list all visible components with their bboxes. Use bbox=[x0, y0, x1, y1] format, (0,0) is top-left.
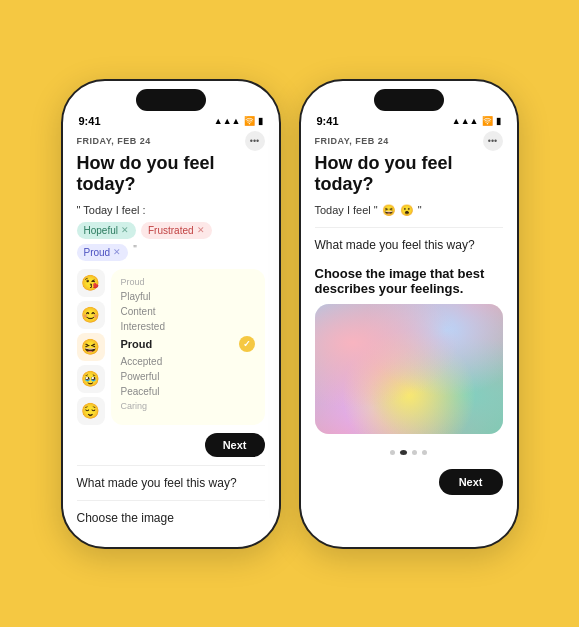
mood-item-interested[interactable]: Interested bbox=[121, 319, 255, 334]
next-button-right[interactable]: Next bbox=[439, 469, 503, 495]
abstract-art bbox=[315, 304, 503, 434]
tag-hopeful-close[interactable]: ✕ bbox=[121, 225, 129, 235]
mood-item-peaceful[interactable]: Peaceful bbox=[121, 384, 255, 399]
mood-item-content[interactable]: Content bbox=[121, 304, 255, 319]
what-made-row-right[interactable]: What made you feel this way? bbox=[315, 227, 503, 262]
today-feel-prefix: Today I feel " bbox=[315, 204, 378, 216]
date-row-right: FRIDAY, FEB 24 ••• bbox=[315, 131, 503, 151]
status-bar-right: 9:41 ▲▲▲ 🛜 ▮ bbox=[301, 113, 517, 131]
status-time-left: 9:41 bbox=[79, 115, 101, 127]
battery-icon-right: ▮ bbox=[496, 116, 501, 126]
next-btn-row-right: Next bbox=[301, 463, 517, 505]
dot-1 bbox=[390, 450, 395, 455]
dot-4 bbox=[422, 450, 427, 455]
today-feel-emoji-2: 😮 bbox=[400, 204, 414, 217]
phones-container: 9:41 ▲▲▲ 🛜 ▮ FRIDAY, FEB 24 ••• How do y… bbox=[41, 59, 539, 569]
emoji-list: 😘 😊 😆 🥹 😌 bbox=[77, 269, 105, 425]
signal-icon-right: ▲▲▲ bbox=[452, 116, 479, 126]
tag-hopeful-label: Hopeful bbox=[84, 225, 118, 236]
tag-frustrated[interactable]: Frustrated ✕ bbox=[141, 222, 212, 239]
tag-proud-label: Proud bbox=[84, 247, 111, 258]
tag-frustrated-label: Frustrated bbox=[148, 225, 194, 236]
mood-item-caring[interactable]: Caring bbox=[121, 399, 255, 413]
date-label-right: FRIDAY, FEB 24 bbox=[315, 136, 389, 146]
today-feel-row: Today I feel " 😆 😮 " bbox=[315, 204, 503, 217]
phone-right-content: FRIDAY, FEB 24 ••• How do you feel today… bbox=[301, 131, 517, 442]
signal-icon-left: ▲▲▲ bbox=[214, 116, 241, 126]
tag-proud-close[interactable]: ✕ bbox=[113, 247, 121, 257]
emoji-item-5[interactable]: 😌 bbox=[77, 397, 105, 425]
status-icons-left: ▲▲▲ 🛜 ▮ bbox=[214, 116, 263, 126]
wifi-icon-right: 🛜 bbox=[482, 116, 493, 126]
phone-left-content: FRIDAY, FEB 24 ••• How do you feel today… bbox=[63, 131, 279, 535]
emoji-item-3[interactable]: 😆 bbox=[77, 333, 105, 361]
page-title-right: How do you feel today? bbox=[315, 153, 503, 196]
dynamic-island-right bbox=[374, 89, 444, 111]
battery-icon-left: ▮ bbox=[258, 116, 263, 126]
mood-item-playful[interactable]: Playful bbox=[121, 289, 255, 304]
tag-frustrated-close[interactable]: ✕ bbox=[197, 225, 205, 235]
phone-right: 9:41 ▲▲▲ 🛜 ▮ FRIDAY, FEB 24 ••• How do y… bbox=[299, 79, 519, 549]
date-row-left: FRIDAY, FEB 24 ••• bbox=[77, 131, 265, 151]
next-button-left[interactable]: Next bbox=[205, 433, 265, 457]
status-icons-right: ▲▲▲ 🛜 ▮ bbox=[452, 116, 501, 126]
tags-label: " Today I feel : bbox=[77, 204, 265, 216]
abstract-image[interactable] bbox=[315, 304, 503, 434]
menu-dots-right[interactable]: ••• bbox=[483, 131, 503, 151]
status-bar-left: 9:41 ▲▲▲ 🛜 ▮ bbox=[63, 113, 279, 131]
mood-item-proud-selected[interactable]: Proud ✓ bbox=[121, 334, 255, 354]
mood-dropdown[interactable]: Proud Playful Content Interested Proud ✓… bbox=[111, 269, 265, 425]
status-time-right: 9:41 bbox=[317, 115, 339, 127]
what-made-section[interactable]: What made you feel this way? bbox=[77, 465, 265, 500]
mood-item-accepted[interactable]: Accepted bbox=[121, 354, 255, 369]
emoji-section: 😘 😊 😆 🥹 😌 Proud Playful Content Interest… bbox=[77, 269, 265, 425]
wifi-icon-left: 🛜 bbox=[244, 116, 255, 126]
tag-hopeful[interactable]: Hopeful ✕ bbox=[77, 222, 136, 239]
choose-image-section-right: Choose the image that bestdescribes your… bbox=[315, 266, 503, 442]
tag-proud[interactable]: Proud ✕ bbox=[77, 244, 129, 261]
menu-dots-left[interactable]: ••• bbox=[245, 131, 265, 151]
choose-image-title: Choose the image that bestdescribes your… bbox=[315, 266, 503, 296]
today-feel-emoji-1: 😆 bbox=[382, 204, 396, 217]
mood-item-powerful[interactable]: Powerful bbox=[121, 369, 255, 384]
today-feel-suffix: " bbox=[418, 204, 422, 216]
dynamic-island-left bbox=[136, 89, 206, 111]
mood-item-proud-1[interactable]: Proud bbox=[121, 275, 255, 289]
emoji-item-1[interactable]: 😘 bbox=[77, 269, 105, 297]
dot-2 bbox=[400, 450, 407, 455]
choose-image-section[interactable]: Choose the image bbox=[77, 500, 265, 535]
tags-row: Hopeful ✕ Frustrated ✕ Proud ✕ " bbox=[77, 222, 265, 261]
page-title-left: How do you feel today? bbox=[77, 153, 265, 196]
emoji-item-2[interactable]: 😊 bbox=[77, 301, 105, 329]
dots-indicator bbox=[301, 450, 517, 455]
check-icon: ✓ bbox=[239, 336, 255, 352]
emoji-item-4[interactable]: 🥹 bbox=[77, 365, 105, 393]
dot-3 bbox=[412, 450, 417, 455]
date-label-left: FRIDAY, FEB 24 bbox=[77, 136, 151, 146]
phone-left: 9:41 ▲▲▲ 🛜 ▮ FRIDAY, FEB 24 ••• How do y… bbox=[61, 79, 281, 549]
